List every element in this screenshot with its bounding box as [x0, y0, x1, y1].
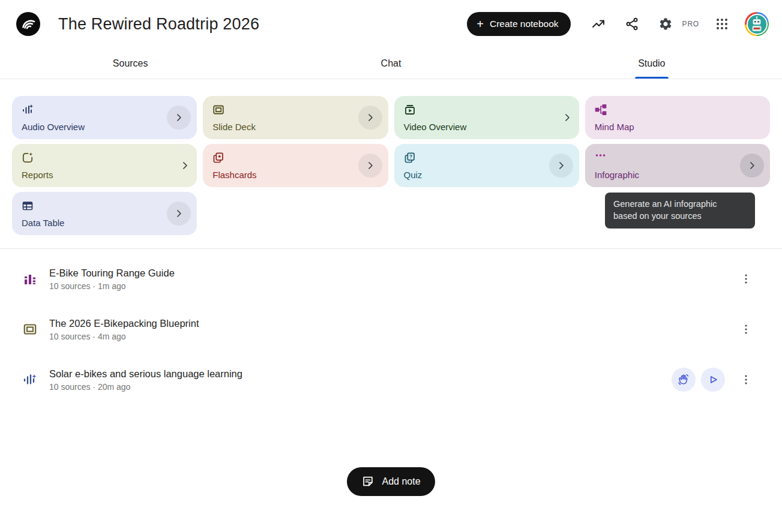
more-options-icon[interactable]	[734, 267, 758, 291]
header: The Rewired Roadtrip 2026 + Create noteb…	[0, 0, 782, 48]
data-table-icon	[22, 200, 34, 212]
tab-sources[interactable]: Sources	[0, 48, 260, 79]
play-icon[interactable]	[701, 368, 725, 392]
infographic-icon	[595, 152, 607, 164]
video-overview-icon	[404, 104, 416, 116]
chevron-right-icon[interactable]	[561, 112, 573, 124]
artifact-meta: 10 sources · 4m ago	[49, 332, 199, 341]
footer: Add note	[0, 467, 782, 496]
card-label: Infographic	[595, 170, 736, 180]
card-label: Mind Map	[595, 122, 736, 132]
chevron-right-icon[interactable]	[358, 154, 382, 178]
tab-studio-label: Studio	[638, 58, 665, 69]
chevron-right-icon[interactable]	[740, 154, 764, 178]
tab-chat[interactable]: Chat	[260, 48, 521, 79]
list-item[interactable]: Solar e-bikes and serious language learn…	[0, 354, 782, 405]
app-logo-icon[interactable]	[16, 12, 40, 36]
analytics-trending-icon[interactable]	[584, 10, 613, 38]
more-options-icon[interactable]	[734, 368, 758, 392]
card-label: Audio Overview	[22, 122, 163, 132]
more-options-icon[interactable]	[734, 317, 758, 341]
artifact-title: Solar e-bikes and serious language learn…	[49, 368, 242, 380]
studio-card-audio-overview[interactable]: Audio Overview	[12, 96, 197, 139]
svg-text:?: ?	[409, 154, 412, 160]
add-note-button[interactable]: Add note	[347, 467, 435, 496]
interactive-mode-wave-hand-icon[interactable]	[672, 368, 696, 392]
main-tabs: Sources Chat Studio	[0, 48, 782, 79]
create-notebook-label: Create notebook	[490, 19, 559, 29]
studio-card-reports[interactable]: Reports	[12, 144, 197, 187]
create-notebook-button[interactable]: + Create notebook	[467, 12, 570, 36]
chevron-right-icon[interactable]	[358, 106, 382, 130]
card-label: Flashcards	[212, 170, 354, 180]
studio-card-data-table[interactable]: Data Table	[12, 192, 197, 235]
list-item[interactable]: The 2026 E-Bikepacking Blueprint 10 sour…	[0, 304, 782, 354]
studio-card-infographic[interactable]: Infographic	[585, 144, 770, 187]
artifact-meta: 10 sources · 1m ago	[49, 281, 175, 291]
plus-icon: +	[477, 18, 484, 30]
card-label: Quiz	[404, 170, 546, 180]
flashcards-icon	[212, 152, 224, 164]
bar-chart-icon	[23, 272, 37, 286]
audio-waveform-icon	[23, 372, 37, 387]
studio-card-slide-deck[interactable]: Slide Deck	[203, 96, 388, 139]
mind-map-icon	[595, 104, 607, 116]
studio-panel: Audio Overview Slide Deck Video Overview	[0, 79, 782, 248]
infographic-tooltip: Generate an AI infographic based on your…	[605, 193, 755, 229]
note-icon	[361, 475, 374, 488]
tab-chat-label: Chat	[381, 58, 402, 69]
tooltip-line2: based on your sources	[613, 210, 747, 222]
pro-badge: PRO	[682, 20, 699, 28]
artifact-title: The 2026 E-Bikepacking Blueprint	[49, 318, 199, 329]
notebook-title[interactable]: The Rewired Roadtrip 2026	[58, 15, 259, 34]
tab-studio[interactable]: Studio	[522, 48, 782, 79]
tooltip-line1: Generate an AI infographic	[613, 198, 747, 210]
artifact-list: E-Bike Touring Range Guide 10 sources · …	[0, 249, 782, 405]
share-icon[interactable]	[618, 10, 646, 38]
slide-deck-icon	[212, 104, 224, 116]
studio-card-mind-map[interactable]: Mind Map	[585, 96, 770, 139]
list-item[interactable]: E-Bike Touring Range Guide 10 sources · …	[0, 254, 782, 304]
apps-grid-icon[interactable]	[708, 10, 736, 38]
avatar-robot-image	[747, 14, 768, 35]
chevron-right-icon[interactable]	[167, 202, 191, 226]
chevron-right-icon[interactable]	[179, 160, 191, 172]
card-label: Data Table	[22, 218, 163, 228]
active-tab-underline	[635, 77, 669, 79]
quiz-icon: ?	[404, 152, 416, 164]
audio-overview-icon	[22, 104, 34, 116]
add-note-label: Add note	[382, 476, 420, 487]
card-label: Slide Deck	[212, 122, 354, 132]
card-label: Video Overview	[404, 122, 546, 132]
studio-card-quiz[interactable]: ? Quiz	[394, 144, 579, 187]
studio-card-video-overview[interactable]: Video Overview	[394, 96, 579, 139]
slide-deck-icon	[23, 322, 37, 336]
reports-icon	[22, 152, 34, 164]
settings-gear-icon[interactable]	[651, 10, 680, 38]
user-avatar[interactable]	[745, 12, 769, 36]
studio-card-flashcards[interactable]: Flashcards	[203, 144, 388, 187]
artifact-meta: 10 sources · 20m ago	[49, 382, 242, 392]
tab-sources-label: Sources	[113, 58, 148, 69]
chevron-right-icon[interactable]	[549, 154, 573, 178]
artifact-title: E-Bike Touring Range Guide	[49, 267, 175, 279]
card-label: Reports	[22, 170, 163, 180]
chevron-right-icon[interactable]	[167, 106, 191, 130]
